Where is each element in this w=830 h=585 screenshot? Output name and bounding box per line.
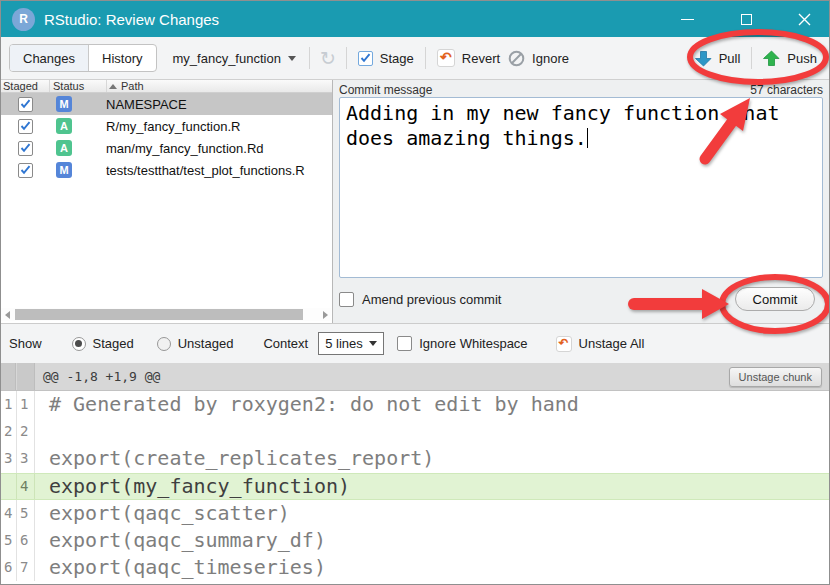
status-badge: A [56,140,72,156]
amend-previous-commit-toggle[interactable]: Amend previous commit [339,292,501,307]
diff-line-text [35,418,49,445]
diff-line[interactable]: 6 7 export(qaqc_timeseries) [1,554,829,581]
column-header-status[interactable]: Status [49,80,106,92]
staged-checkbox[interactable] [18,141,33,156]
amend-checkbox[interactable] [339,292,354,307]
file-row[interactable]: A man/my_fancy_function.Rd [1,137,332,159]
diff-line-text: export(my_fancy_function) [35,474,350,499]
staged-radio-label: Staged [93,336,134,351]
diff-line[interactable]: 2 2 [1,418,829,445]
maximize-icon [741,14,752,25]
pull-label: Pull [719,51,741,66]
file-path: man/my_fancy_function.Rd [106,141,332,156]
scrollbar-thumb[interactable] [15,309,303,320]
maximize-button[interactable] [730,1,762,37]
toolbar-separator [309,47,310,69]
horizontal-scrollbar[interactable] [1,308,331,321]
diff-line-text: export(create_replicates_report) [35,445,434,472]
new-line-number: 4 [17,474,35,499]
diff-line-text: export(qaqc_timeseries) [35,554,326,581]
git-toolbar: Changes History my_fancy_function ↻ Stag… [1,37,829,80]
tab-changes[interactable]: Changes [10,45,88,71]
new-line-number: 3 [17,445,35,472]
diff-view: @@ -1,8 +1,9 @@ Unstage chunk 1 1 # Gene… [1,363,829,585]
scrollbar-track[interactable] [13,309,319,320]
titlebar: R RStudio: Review Changes [1,1,829,37]
toolbar-separator [425,47,426,69]
diff-line[interactable]: 1 1 # Generated by roxygen2: do not edit… [1,391,829,418]
status-badge: M [56,162,72,178]
ignore-whitespace-checkbox[interactable] [397,336,412,351]
file-path: NAMESPACE [106,97,332,112]
context-select[interactable]: 5 lines [318,332,384,355]
commit-message-label: Commit message [339,83,432,97]
diff-line-added[interactable]: 4 export(my_fancy_function) [1,473,829,500]
window-title: RStudio: Review Changes [44,11,219,28]
commit-panel: Commit message 57 characters Adding in m… [333,80,829,323]
column-header-staged[interactable]: Staged [1,80,49,92]
pull-button[interactable]: Pull [691,50,745,67]
toolbar-separator [751,47,752,69]
check-icon [20,143,31,153]
old-line-number: 2 [1,418,17,445]
diff-line[interactable]: 4 5 export(qaqc_scatter) [1,500,829,527]
file-row[interactable]: M tests/testthat/test_plot_functions.R [1,159,332,181]
ignore-whitespace-toggle[interactable]: Ignore Whitespace [397,336,527,351]
revert-icon: ↶ [437,49,455,67]
stage-checkbox[interactable] [358,51,373,66]
old-line-number: 1 [1,391,17,418]
revert-button[interactable]: ↶ Revert [433,49,504,67]
staged-checkbox[interactable] [18,119,33,134]
file-path: tests/testthat/test_plot_functions.R [106,163,332,178]
column-header-path-label: Path [121,80,144,92]
old-line-number [1,474,17,499]
column-header-path[interactable]: Path [106,80,332,92]
ignore-icon [508,50,525,67]
staged-radio-option[interactable]: Staged [72,336,134,351]
ignore-button[interactable]: Ignore [504,50,573,67]
unstaged-radio-option[interactable]: Unstaged [157,336,234,351]
new-line-number: 2 [17,418,35,445]
push-button[interactable]: Push [759,50,821,67]
staged-radio[interactable] [72,337,86,351]
show-label: Show [9,336,42,351]
unstaged-radio-label: Unstaged [178,336,234,351]
check-icon [20,121,31,131]
close-button[interactable] [788,1,820,37]
staged-checkbox[interactable] [18,97,33,112]
minimize-button[interactable] [671,1,703,37]
unstage-chunk-button[interactable]: Unstage chunk [729,367,822,387]
sort-ascending-icon [109,84,117,89]
commit-button[interactable]: Commit [735,287,815,311]
diff-line[interactable]: 5 6 export(qaqc_summary_df) [1,527,829,554]
branch-dropdown[interactable]: my_fancy_function [167,49,302,68]
text-caret [587,128,588,148]
refresh-button[interactable]: ↻ [317,49,339,68]
hunk-range-label: @@ -1,8 +1,9 @@ [43,369,160,384]
unstaged-radio[interactable] [157,337,171,351]
scroll-right-icon[interactable] [319,308,331,321]
gutter-header [17,363,35,390]
chevron-down-icon [369,341,377,346]
scroll-left-icon[interactable] [1,308,13,321]
ignore-label: Ignore [532,51,569,66]
tab-history[interactable]: History [88,45,155,71]
commit-message-input[interactable]: Adding in my new fancy function that doe… [339,97,823,278]
view-tabset: Changes History [9,44,157,72]
new-line-number: 6 [17,527,35,554]
file-path: R/my_fancy_function.R [106,119,332,134]
diff-line[interactable]: 3 3 export(create_replicates_report) [1,445,829,472]
unstage-all-icon: ↶ [556,336,572,352]
revert-label: Revert [462,51,500,66]
staged-checkbox[interactable] [18,163,33,178]
stage-toggle[interactable]: Stage [354,51,418,66]
character-counter: 57 characters [750,83,823,97]
branch-name: my_fancy_function [173,51,281,66]
file-row[interactable]: M NAMESPACE [1,93,332,115]
old-line-number: 6 [1,554,17,581]
file-row[interactable]: A R/my_fancy_function.R [1,115,332,137]
chevron-down-icon [288,56,296,61]
check-icon [20,165,31,175]
unstage-all-button[interactable]: ↶ Unstage All [556,336,645,352]
gutter-header [1,363,16,390]
